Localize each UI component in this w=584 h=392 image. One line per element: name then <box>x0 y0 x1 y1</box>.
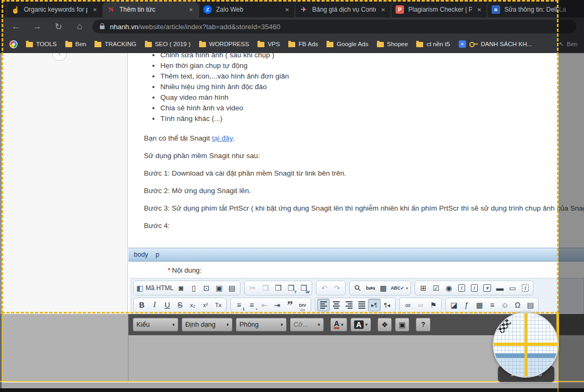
size-combo[interactable]: Cỡ... ▾ <box>290 318 324 332</box>
paste-button[interactable]: ❒ <box>272 282 285 294</box>
toolbar-group: ∞ ∞ <box>399 298 442 312</box>
link-button[interactable]: ∞ <box>401 299 414 311</box>
forward-button[interactable]: → <box>32 21 42 32</box>
text-color-button[interactable]: A ▾ <box>330 318 347 332</box>
back-button[interactable]: ← <box>11 21 21 32</box>
bm-folder-tracking[interactable]: TRACKING <box>90 39 140 49</box>
image-button-button[interactable]: ▭ <box>506 282 519 294</box>
ltr-button[interactable]: ▸¶ <box>368 299 381 311</box>
bm-folder-seo-2019[interactable]: SEO ( 2019 ) <box>141 39 195 49</box>
templates-button[interactable]: ▤ <box>226 282 238 294</box>
bm-folder-wordpress[interactable]: WORDPRESS <box>195 39 253 49</box>
cut-button[interactable]: ✂ <box>246 282 259 294</box>
article-bullet-item: Chia sẻ hình ảnh và video <box>160 103 584 114</box>
print-button[interactable]: ▣ <box>213 282 226 294</box>
select-all-button[interactable]: ▩ <box>377 282 390 294</box>
remove-format-button[interactable]: Tx <box>212 299 225 311</box>
replace-button[interactable]: b⇄a <box>364 282 377 294</box>
preview-button[interactable]: ⊡ <box>200 282 213 294</box>
div-container-button[interactable]: DIV </> <box>296 299 309 311</box>
article-editor-body[interactable]: Chỉnh sửa hình ảnh ( sau khi chụp )Hẹn t… <box>128 53 584 234</box>
image-button[interactable]: ◪ <box>448 299 460 311</box>
blockquote-button[interactable]: ” <box>284 299 296 311</box>
about-button[interactable]: ? <box>416 318 431 332</box>
flash-button[interactable]: ƒ <box>460 299 473 311</box>
tab-close-button[interactable]: ✕ <box>380 6 387 14</box>
page-break-button[interactable]: ▤ <box>524 299 537 311</box>
hidden-field-button[interactable]: I <box>519 282 531 294</box>
horizontal-rule-button[interactable]: ≡ <box>486 299 499 311</box>
tab-bang-gia-dich-vu[interactable]: ✈ Bảng giá dịch vụ Conte ✕ <box>295 2 391 18</box>
undo-button[interactable]: ↶ <box>318 282 331 294</box>
font-combo[interactable]: Phông ▾ <box>236 318 287 332</box>
bm-danh-sach-kh[interactable]: ≡ DANH SÁCH KH... <box>454 39 537 49</box>
bulleted-list-button[interactable]: ≡ • <box>245 299 258 311</box>
source-button[interactable]: ◧ Mã HTML <box>135 282 175 294</box>
text-field-button[interactable]: I <box>455 282 468 294</box>
strike-button[interactable]: S <box>174 299 186 311</box>
snagit-download-link[interactable]: tại đây <box>212 134 233 142</box>
tab-them-tin-tuc[interactable]: N Thêm tin tức ✕ <box>102 2 199 18</box>
toolbar-group: ◧ Mã HTML ◙ <box>133 281 241 295</box>
align-right-button[interactable] <box>342 299 355 311</box>
show-blocks-button[interactable]: ▣ <box>395 318 409 332</box>
select-field-button[interactable]: ▾ <box>480 282 493 294</box>
url-bar[interactable]: nhanh.vn/website/article/index?tab=add&s… <box>92 20 577 33</box>
editor-toolbar: ◧ Mã HTML ◙ <box>131 278 584 314</box>
button-button[interactable]: ▬ <box>493 282 506 294</box>
tab-zalo-web[interactable]: Z Zalo Web ✕ <box>199 2 295 18</box>
rtl-button[interactable]: ¶◂ <box>381 299 393 311</box>
anchor-button[interactable]: ⚑ <box>427 299 440 311</box>
save-button[interactable]: ◙ <box>175 282 187 294</box>
bm-google[interactable] <box>5 39 22 50</box>
form-button[interactable]: ⊞ <box>417 282 430 294</box>
tab-plagiarism-checker[interactable]: P Plagiarism Checker | Pla ✕ <box>391 2 487 18</box>
maximize-button[interactable]: ❖ <box>377 318 392 332</box>
radio-button[interactable]: ◉ <box>442 282 455 294</box>
bm-folder-shopee[interactable]: Shopee <box>373 39 413 49</box>
tab-organic-keywords[interactable]: ☝ Organic keywords for p ✕ <box>6 2 102 18</box>
bm-folder-fb-ads[interactable]: FB Ads <box>284 39 322 49</box>
italic-button[interactable]: I <box>148 299 161 311</box>
bm-folder-ben[interactable]: Ben <box>61 39 90 49</box>
home-button[interactable]: ⌂ <box>74 21 85 32</box>
button-glyph: ◉ <box>445 284 452 292</box>
style-combo[interactable]: Kiểu ▾ <box>133 318 178 332</box>
numbered-list-button[interactable]: ≡ 1 <box>233 299 245 311</box>
superscript-button[interactable]: x² <box>199 299 212 311</box>
paste-text-button[interactable]: ❒ T <box>285 282 297 294</box>
smiley-button[interactable]: ☺ <box>499 299 511 311</box>
align-justify-button[interactable] <box>355 299 368 311</box>
underline-button[interactable]: U <box>161 299 174 311</box>
bold-button[interactable]: B <box>135 299 148 311</box>
reload-button[interactable]: ↻ <box>53 21 64 32</box>
element-path-item[interactable]: body <box>134 251 148 258</box>
copy-button[interactable]: ❐ <box>259 282 272 294</box>
subscript-button[interactable]: x₂ <box>186 299 199 311</box>
bm-folder-google-ads[interactable]: Google Ads <box>322 39 372 49</box>
unlink-button[interactable]: ∞ <box>414 299 427 311</box>
bm-folder-vps[interactable]: VPS <box>253 39 284 49</box>
element-path-item[interactable]: p <box>156 251 159 258</box>
bm-folder-tools[interactable]: TOOLS <box>22 39 61 49</box>
bm-folder-ct-nen-t5[interactable]: ct nền t5 <box>412 39 454 49</box>
bg-color-button[interactable]: A ▾ <box>350 318 372 332</box>
tab-close-button[interactable]: ✕ <box>284 6 290 14</box>
tab-close-button[interactable]: ✕ <box>476 6 483 14</box>
spellcheck-button[interactable]: ABC✓ ▾ <box>390 282 409 294</box>
find-button[interactable]: ⚲ <box>351 282 364 294</box>
tab-close-button[interactable]: ✕ <box>188 6 194 14</box>
checkbox-button[interactable]: ☑ <box>430 282 442 294</box>
table-button[interactable]: ▦ <box>473 299 486 311</box>
align-center-button[interactable] <box>330 299 342 311</box>
indent-button[interactable]: ⇥ <box>271 299 284 311</box>
paste-word-button[interactable]: ❒ W <box>297 282 310 294</box>
new-page-button[interactable]: ▯ <box>187 282 200 294</box>
tab-close-button[interactable]: ✕ <box>92 6 98 14</box>
special-char-button[interactable]: Ω <box>511 299 524 311</box>
format-combo[interactable]: Định dạng ▾ <box>182 318 233 332</box>
outdent-button[interactable]: ⇤ <box>258 299 271 311</box>
redo-button[interactable]: ↷ <box>331 282 343 294</box>
align-left-button[interactable] <box>317 299 330 311</box>
textarea-button[interactable]: I <box>468 282 480 294</box>
